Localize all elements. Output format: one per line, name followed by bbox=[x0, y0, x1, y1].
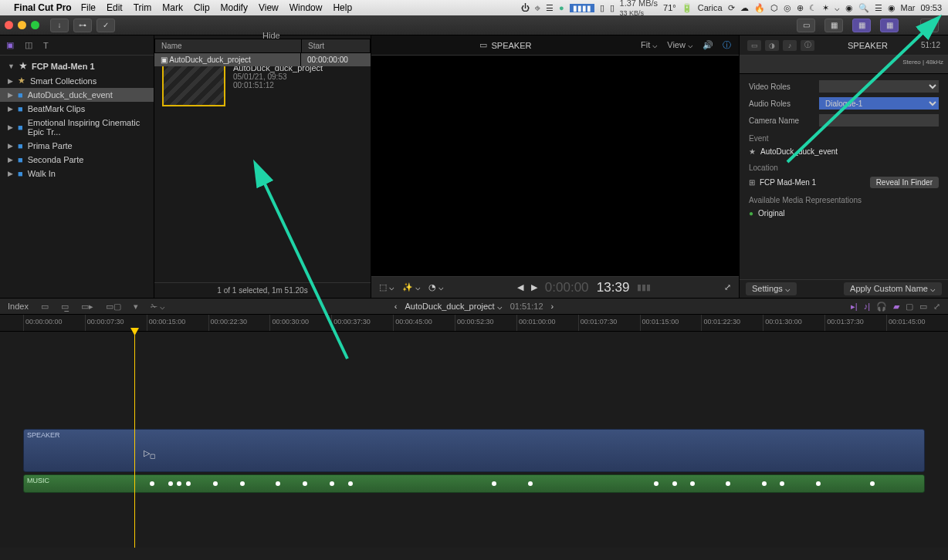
timeline-project-name[interactable]: AutoDuck_duck_project ⌵ bbox=[405, 302, 502, 312]
menu-help[interactable]: Help bbox=[333, 2, 352, 13]
photos-tab-icon[interactable]: ◫ bbox=[25, 40, 32, 50]
sidebar-item-smart[interactable]: ▶★Smart Collections bbox=[0, 73, 154, 88]
ruler-tick: 00:00:52:30 bbox=[455, 315, 516, 331]
menu-clip[interactable]: Clip bbox=[194, 2, 210, 13]
info-icon[interactable]: ⓘ bbox=[723, 39, 731, 51]
menu-trim[interactable]: Trim bbox=[134, 2, 152, 13]
fit-menu[interactable]: Fit ⌵ bbox=[641, 40, 658, 50]
list-header: Name Start bbox=[154, 39, 371, 53]
background-tasks-button[interactable]: ✓ bbox=[96, 19, 115, 32]
play-button[interactable]: ▶ bbox=[531, 282, 537, 292]
settings-menu[interactable]: Settings ⌵ bbox=[746, 282, 797, 295]
sidebar-item-autoduck[interactable]: ▶■AutoDuck_duck_event bbox=[0, 88, 154, 102]
status-dot-icon: ● bbox=[749, 209, 753, 218]
sidebar-item-seconda[interactable]: ▶■Seconda Parte bbox=[0, 153, 154, 167]
audio-roles-label: Audio Roles bbox=[749, 100, 814, 108]
video-inspector-icon[interactable]: ▭ bbox=[747, 40, 761, 51]
minimize-button[interactable] bbox=[18, 21, 26, 29]
info-inspector-icon[interactable]: ⓘ bbox=[801, 40, 814, 51]
import-button[interactable]: ↓ bbox=[50, 19, 69, 32]
history-fwd-icon[interactable]: › bbox=[551, 302, 554, 311]
audio-roles-select[interactable]: Dialogue-1 bbox=[819, 97, 939, 110]
col-start[interactable]: Start bbox=[302, 39, 370, 52]
retime-tool-icon[interactable]: ◔ ⌵ bbox=[428, 282, 444, 292]
insert-clip-icon[interactable]: ▭̲ bbox=[61, 302, 69, 312]
status-icon: ◉ bbox=[845, 3, 853, 13]
search-icon[interactable]: 🔍 bbox=[858, 3, 869, 13]
enhance-tool-icon[interactable]: ✨ ⌵ bbox=[402, 282, 421, 292]
playhead[interactable] bbox=[134, 332, 135, 548]
connect-clip-icon[interactable]: ▭ bbox=[41, 302, 49, 312]
skimming-icon[interactable]: ▸| bbox=[851, 302, 858, 312]
viewer-angle-icon[interactable]: ▭ bbox=[479, 40, 487, 50]
clip-appearance-icon[interactable]: ▭ bbox=[919, 302, 927, 312]
music-clip[interactable]: MUSIC bbox=[23, 474, 925, 493]
sidebar-item-walkin[interactable]: ▶■Walk In bbox=[0, 167, 154, 180]
menu-modify[interactable]: Modify bbox=[221, 2, 248, 13]
expand-icon[interactable]: ⤢ bbox=[933, 302, 940, 312]
video-roles-select[interactable] bbox=[819, 80, 939, 93]
history-back-icon[interactable]: ‹ bbox=[394, 302, 398, 311]
audio-skimming-icon[interactable]: ♪| bbox=[864, 302, 870, 312]
menu-view[interactable]: View bbox=[259, 2, 279, 13]
timeline-view-icon[interactable]: ▢ bbox=[906, 302, 913, 312]
app-name[interactable]: Final Cut Pro bbox=[14, 2, 72, 13]
ruler-tick: 00:00:22:30 bbox=[208, 315, 270, 331]
control-center-icon[interactable]: ☰ bbox=[875, 3, 882, 13]
titles-tab-icon[interactable]: T bbox=[43, 41, 49, 50]
keyword-button[interactable]: ⊶ bbox=[73, 19, 92, 32]
status-icon: ● bbox=[559, 3, 564, 12]
step-button[interactable]: ▮▮▮ bbox=[637, 282, 651, 292]
col-name[interactable]: Name bbox=[155, 39, 302, 52]
window-controls bbox=[5, 21, 39, 29]
color-inspector-icon[interactable]: ◑ bbox=[765, 40, 779, 51]
view-menu[interactable]: View ⌵ bbox=[667, 40, 693, 50]
reveal-in-finder-button[interactable]: Reveal In Finder bbox=[870, 177, 939, 188]
menu-file[interactable]: File bbox=[81, 2, 96, 13]
speaker-clip[interactable]: SPEAKER bbox=[23, 429, 925, 472]
timeline-tracks[interactable]: SPEAKER ▷▢ MUSIC bbox=[0, 332, 948, 548]
fullscreen-icon[interactable]: ⤢ bbox=[724, 282, 731, 292]
menu-window[interactable]: Window bbox=[289, 2, 323, 13]
timeline-ruler[interactable]: 00:00:00:00 00:00:07:30 00:00:15:00 00:0… bbox=[0, 315, 948, 332]
menu-edit[interactable]: Edit bbox=[107, 2, 123, 13]
clock-time: 09:53 bbox=[920, 3, 942, 12]
library-sidebar: ▣ ◫ T ▼★ FCP Mad-Men 1 ▶★Smart Collectio… bbox=[0, 35, 154, 298]
sidebar-item-emotional[interactable]: ▶■Emotional Inspiring Cinematic Epic Tr.… bbox=[0, 116, 154, 139]
browser-layout-button[interactable]: ▦ bbox=[824, 19, 843, 32]
menu-mark[interactable]: Mark bbox=[162, 2, 183, 13]
camera-name-input[interactable] bbox=[819, 114, 939, 127]
sidebar-item-beatmark[interactable]: ▶■BeatMark Clips bbox=[0, 102, 154, 116]
notification-icon[interactable]: ◉ bbox=[888, 3, 896, 13]
inspector-layout-button[interactable]: ▦ bbox=[880, 19, 899, 32]
viewer-panel: ▭ SPEAKER Fit ⌵ View ⌵ 🔊 ⓘ ⬚ ⌵ ✨ ⌵ ◔ ⌵ ◀… bbox=[371, 35, 740, 298]
library-name[interactable]: ▼★ FCP Mad-Men 1 bbox=[0, 59, 154, 73]
solo-icon[interactable]: 🎧 bbox=[876, 302, 887, 312]
wifi-icon[interactable]: ⌵ bbox=[835, 3, 840, 13]
audio-inspector-icon[interactable]: ♪ bbox=[783, 40, 797, 51]
overwrite-clip-icon[interactable]: ▭▢ bbox=[106, 302, 121, 312]
timeline-layout-button[interactable]: ▦ bbox=[852, 19, 871, 32]
transform-tool-icon[interactable]: ⬚ ⌵ bbox=[379, 282, 394, 292]
viewer-canvas[interactable] bbox=[371, 56, 739, 276]
tools-menu-icon[interactable]: ▾ bbox=[134, 302, 138, 312]
timecode-display[interactable]: 0:00:00 13:39 bbox=[545, 279, 630, 295]
share-button[interactable]: ⤴ bbox=[920, 19, 939, 32]
app-toolbar: ↓ ⊶ ✓ ▭ ▦ ▦ ▦ ⤴ bbox=[0, 15, 948, 35]
apply-custom-name-menu[interactable]: Apply Custom Name ⌵ bbox=[844, 282, 942, 295]
close-button[interactable] bbox=[5, 21, 13, 29]
workspace-button[interactable]: ▭ bbox=[797, 19, 815, 32]
ruler-tick: 00:01:45:00 bbox=[886, 315, 948, 331]
snapping-icon[interactable]: ▰ bbox=[893, 302, 899, 312]
list-row[interactable]: ▣ AutoDuck_duck_project 00:00:00:00 bbox=[154, 53, 371, 66]
audio-icon[interactable]: 🔊 bbox=[703, 40, 713, 50]
trim-tool-icon[interactable]: ✁ ⌵ bbox=[151, 302, 165, 312]
sidebar-item-prima[interactable]: ▶■Prima Parte bbox=[0, 139, 154, 153]
zoom-button[interactable] bbox=[31, 21, 39, 29]
library-tab-icon[interactable]: ▣ bbox=[6, 40, 14, 50]
status-icon: ▯ bbox=[610, 3, 615, 13]
index-button[interactable]: Index bbox=[8, 302, 29, 311]
play-back-button[interactable]: ◀ bbox=[517, 282, 523, 292]
ruler-tick: 00:01:30:00 bbox=[763, 315, 824, 331]
append-clip-icon[interactable]: ▭▸ bbox=[81, 302, 93, 312]
